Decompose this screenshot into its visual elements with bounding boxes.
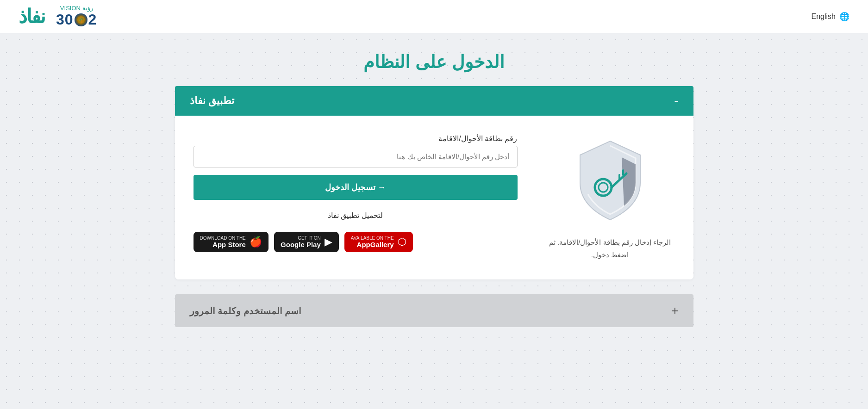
shield-key-illustration bbox=[564, 134, 656, 227]
section-body: الرجاء إدخال رقم بطاقة الأحوال/الاقامة. … bbox=[175, 116, 693, 279]
username-password-section[interactable]: + اسم المستخدم وكلمة المرور bbox=[175, 294, 693, 327]
vision-2030-logo: رؤية VISION 2 🌴 30 bbox=[56, 5, 97, 28]
page-background: الدخول على النظام - تطبيق نفاذ bbox=[0, 33, 868, 409]
nafath-app-section: - تطبيق نفاذ bbox=[175, 86, 693, 279]
google-btn-text: GET IT ON Google Play bbox=[281, 235, 321, 248]
app-download-label: لتحميل تطبيق نفاذ bbox=[194, 211, 518, 220]
huawei-main-label: AppGallery bbox=[357, 241, 394, 248]
apple-sub-label: Download on the bbox=[200, 235, 246, 241]
login-button[interactable]: → تسجيل الدخول bbox=[194, 175, 518, 200]
google-play-button[interactable]: ▶ GET IT ON Google Play bbox=[274, 232, 339, 252]
apple-main-label: App Store bbox=[212, 241, 246, 248]
google-main-label: Google Play bbox=[281, 241, 321, 248]
huawei-icon: ⬡ bbox=[398, 236, 406, 248]
huawei-btn-text: Available on the AppGallery bbox=[351, 235, 394, 248]
language-switcher[interactable]: 🌐 English bbox=[812, 12, 849, 22]
apple-appstore-button[interactable]: 🍎 Download on the App Store bbox=[194, 232, 269, 252]
illustration-side: الرجاء إدخال رقم بطاقة الأحوال/الاقامة. … bbox=[545, 134, 675, 261]
section-header-title: تطبيق نفاذ bbox=[190, 95, 234, 107]
language-label: English bbox=[812, 12, 836, 21]
header: 🌐 English رؤية VISION 2 🌴 30 نفاذ bbox=[0, 0, 868, 33]
form-side: رقم بطاقة الأحوال/الاقامة → تسجيل الدخول… bbox=[194, 134, 518, 252]
header-logos: رؤية VISION 2 🌴 30 نفاذ bbox=[19, 5, 97, 28]
apple-btn-text: Download on the App Store bbox=[200, 235, 246, 248]
vision-emblem: 🌴 bbox=[75, 13, 87, 26]
section-header-nafath[interactable]: - تطبيق نفاذ bbox=[175, 86, 693, 116]
id-field-label: رقم بطاقة الأحوال/الاقامة bbox=[194, 134, 518, 143]
huawei-appgallery-button[interactable]: ⬡ Available on the AppGallery bbox=[344, 232, 413, 252]
vision-top-text: رؤية VISION bbox=[60, 5, 93, 12]
page-title: الدخول على النظام bbox=[175, 52, 693, 72]
apple-icon: 🍎 bbox=[250, 236, 262, 248]
vision-year: 2 🌴 30 bbox=[56, 12, 97, 28]
collapse-icon: - bbox=[674, 94, 678, 107]
expand-icon: + bbox=[671, 304, 678, 318]
svg-text:🌴: 🌴 bbox=[78, 17, 84, 23]
id-number-input[interactable] bbox=[194, 146, 518, 167]
illustration-text: الرجاء إدخال رقم بطاقة الأحوال/الاقامة. … bbox=[549, 236, 671, 261]
google-sub-label: GET IT ON bbox=[298, 235, 321, 241]
app-download-buttons: ⬡ Available on the AppGallery ▶ GET IT O… bbox=[194, 232, 518, 252]
id-field-group: رقم بطاقة الأحوال/الاقامة bbox=[194, 134, 518, 167]
globe-icon: 🌐 bbox=[839, 12, 849, 22]
huawei-sub-label: Available on the bbox=[351, 235, 394, 241]
nafath-logo: نفاذ bbox=[19, 5, 45, 28]
google-play-icon: ▶ bbox=[325, 236, 332, 248]
main-content: الدخول على النظام - تطبيق نفاذ bbox=[156, 52, 712, 327]
bottom-section-title: اسم المستخدم وكلمة المرور bbox=[190, 305, 302, 316]
